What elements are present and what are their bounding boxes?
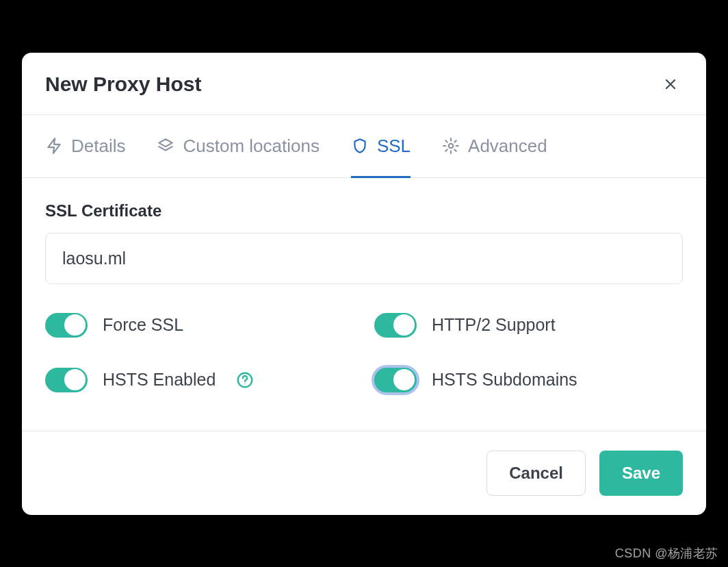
toggle-hsts[interactable] [45, 368, 88, 392]
proxy-host-modal: New Proxy Host Details Custom locations … [22, 53, 706, 515]
close-button[interactable] [658, 72, 683, 97]
toggle-label: Force SSL [103, 315, 183, 335]
save-button[interactable]: Save [599, 451, 683, 496]
toggle-label: HSTS Subdomains [432, 370, 577, 390]
help-icon[interactable] [236, 371, 254, 389]
gear-icon [442, 137, 460, 155]
tab-label: Custom locations [183, 136, 319, 157]
watermark: CSDN @杨浦老苏 [615, 545, 718, 562]
svg-point-2 [245, 383, 246, 383]
tabs: Details Custom locations SSL Advanced [22, 115, 706, 178]
cancel-button[interactable]: Cancel [486, 451, 586, 496]
tab-advanced[interactable]: Advanced [442, 115, 547, 177]
ssl-cert-value: laosu.ml [62, 249, 126, 268]
toggle-http2-row: HTTP/2 Support [374, 313, 683, 338]
ssl-cert-label: SSL Certificate [45, 201, 683, 220]
toggle-http2[interactable] [374, 313, 417, 338]
tab-ssl[interactable]: SSL [351, 115, 411, 177]
tab-custom-locations[interactable]: Custom locations [157, 115, 319, 177]
tab-label: Details [71, 136, 125, 157]
toggle-hsts-row: HSTS Enabled [45, 368, 354, 392]
shield-icon [351, 137, 369, 155]
tab-details[interactable]: Details [45, 115, 125, 177]
toggle-hsts-sub[interactable] [374, 368, 417, 392]
ssl-cert-select[interactable]: laosu.ml [45, 233, 683, 284]
modal-body: SSL Certificate laosu.ml Force SSL HTTP/… [22, 178, 706, 431]
modal-header: New Proxy Host [22, 53, 706, 114]
layers-icon [157, 137, 174, 155]
toggle-grid: Force SSL HTTP/2 Support HSTS Enabled HS… [45, 313, 683, 392]
tab-label: SSL [377, 136, 411, 157]
toggle-label: HSTS Enabled [103, 370, 216, 390]
toggle-hsts-sub-row: HSTS Subdomains [374, 368, 683, 392]
svg-point-0 [449, 144, 454, 149]
toggle-label: HTTP/2 Support [432, 315, 556, 335]
toggle-force-ssl[interactable] [45, 313, 88, 338]
close-icon [662, 76, 679, 92]
modal-title: New Proxy Host [45, 73, 201, 96]
bolt-icon [45, 137, 63, 155]
toggle-force-ssl-row: Force SSL [45, 313, 354, 338]
modal-footer: Cancel Save [22, 431, 706, 515]
tab-label: Advanced [468, 136, 547, 157]
